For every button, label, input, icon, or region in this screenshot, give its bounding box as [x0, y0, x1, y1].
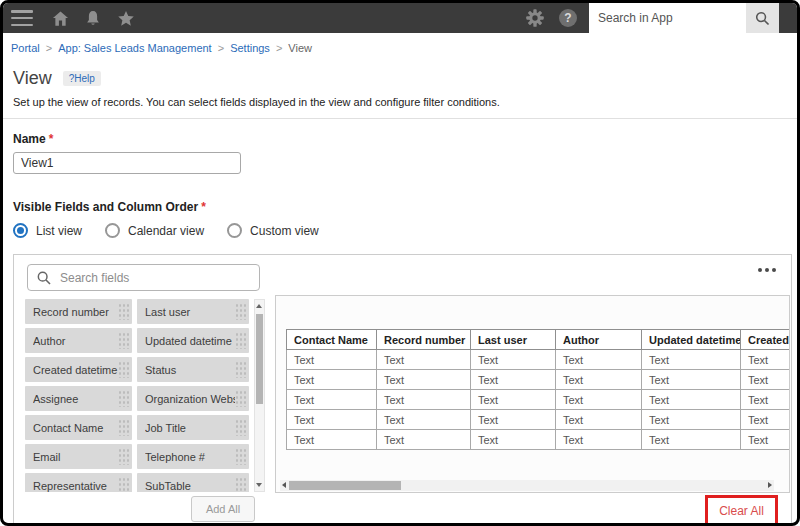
table-cell: Text: [642, 430, 741, 450]
drag-handle-icon[interactable]: [118, 303, 129, 320]
field-item-label: Updated datetime: [145, 335, 235, 347]
bell-icon[interactable]: [83, 8, 103, 28]
star-icon[interactable]: [116, 8, 136, 28]
field-item-label: Assignee: [33, 393, 118, 405]
scroll-down-icon[interactable]: [256, 483, 262, 487]
app-search-button[interactable]: [746, 3, 779, 33]
help-link[interactable]: ?Help: [63, 71, 101, 86]
drag-handle-icon[interactable]: [235, 332, 246, 349]
table-cell: Text: [642, 350, 741, 370]
table-cell: Text: [642, 370, 741, 390]
radio-label: List view: [36, 224, 82, 238]
gear-icon[interactable]: [525, 8, 545, 28]
table-cell: Text: [471, 410, 556, 430]
preview-hscrollbar[interactable]: [280, 480, 774, 491]
field-item[interactable]: Author: [25, 328, 132, 353]
required-mark: *: [201, 200, 206, 214]
hamburger-menu-icon[interactable]: [11, 10, 33, 26]
drag-handle-icon[interactable]: [235, 361, 246, 378]
breadcrumb-item[interactable]: App: Sales Leads Management: [58, 42, 212, 54]
radio-custom-view[interactable]: Custom view: [227, 223, 319, 238]
table-cell: Text: [556, 390, 642, 410]
field-list-scrollbar[interactable]: [254, 299, 265, 492]
field-item[interactable]: Telephone #: [137, 444, 249, 469]
table-cell: Text: [287, 350, 377, 370]
field-item[interactable]: Organization Website: [137, 386, 249, 411]
breadcrumb-separator: >: [218, 42, 224, 54]
field-list: Record numberLast userAuthorUpdated date…: [25, 299, 251, 492]
drag-handle-icon[interactable]: [235, 477, 246, 492]
table-cell: Text: [471, 370, 556, 390]
field-item-label: Author: [33, 335, 118, 347]
field-item[interactable]: Created datetime: [25, 357, 132, 382]
view-name-input[interactable]: [13, 152, 241, 174]
hscrollbar-thumb[interactable]: [289, 481, 401, 490]
column-header: Record number: [377, 330, 471, 350]
help-icon[interactable]: ?: [559, 9, 577, 27]
field-item[interactable]: Representative: [25, 473, 132, 492]
scrollbar-thumb[interactable]: [256, 314, 263, 404]
field-item[interactable]: Email: [25, 444, 132, 469]
field-item-label: Email: [33, 451, 118, 463]
drag-handle-icon[interactable]: [118, 448, 129, 465]
page-content: View ?Help Set up the view of records. Y…: [3, 68, 797, 526]
scroll-left-icon[interactable]: [282, 482, 286, 488]
field-item[interactable]: Job Title: [137, 415, 249, 440]
topbar: ?: [3, 3, 797, 33]
table-cell: Text: [642, 410, 741, 430]
radio-icon: [105, 223, 120, 238]
table-cell: Text: [377, 430, 471, 450]
divider: [3, 118, 797, 119]
table-cell: Text: [556, 350, 642, 370]
table-cell: Text: [287, 410, 377, 430]
scroll-right-icon[interactable]: [768, 482, 772, 488]
field-item[interactable]: Record number: [25, 299, 132, 324]
field-item[interactable]: SubTable: [137, 473, 249, 492]
field-item[interactable]: Contact Name: [25, 415, 132, 440]
drag-handle-icon[interactable]: [118, 332, 129, 349]
clear-all-button[interactable]: Clear All: [719, 504, 764, 518]
drag-handle-icon[interactable]: [118, 390, 129, 407]
breadcrumb-item[interactable]: Settings: [230, 42, 270, 54]
add-all-button[interactable]: Add All: [191, 496, 255, 522]
visible-fields-label-text: Visible Fields and Column Order: [13, 200, 198, 214]
field-item[interactable]: Last user: [137, 299, 249, 324]
breadcrumb-separator: >: [276, 42, 282, 54]
field-item[interactable]: Updated datetime: [137, 328, 249, 353]
radio-calendar-view[interactable]: Calendar view: [105, 223, 204, 238]
drag-handle-icon[interactable]: [235, 419, 246, 436]
app-search: [589, 3, 779, 33]
field-item-label: Organization Website: [145, 393, 235, 405]
preview-table-wrapper: Contact NameRecord numberLast userAuthor…: [286, 329, 789, 453]
drag-handle-icon[interactable]: [118, 477, 129, 492]
field-item-label: Record number: [33, 306, 118, 318]
field-item[interactable]: Status: [137, 357, 249, 382]
app-search-input[interactable]: [589, 3, 746, 33]
search-fields-input[interactable]: [60, 271, 251, 285]
page-title: View: [13, 68, 52, 89]
drag-handle-icon[interactable]: [118, 419, 129, 436]
table-cell: Text: [287, 390, 377, 410]
radio-list-view[interactable]: List view: [13, 223, 82, 238]
home-icon[interactable]: [50, 8, 70, 28]
name-label-text: Name: [13, 132, 46, 146]
drag-handle-icon[interactable]: [235, 390, 246, 407]
drag-handle-icon[interactable]: [235, 303, 246, 320]
scroll-up-icon[interactable]: [256, 304, 262, 308]
breadcrumb-item[interactable]: Portal: [11, 42, 40, 54]
field-item-label: Created datetime: [33, 364, 118, 376]
drag-handle-icon[interactable]: [235, 448, 246, 465]
column-header: Author: [556, 330, 642, 350]
options-menu-icon[interactable]: [758, 268, 776, 272]
table-cell: Text: [556, 430, 642, 450]
drag-handle-icon[interactable]: [118, 361, 129, 378]
view-preview: Contact NameRecord numberLast userAuthor…: [275, 295, 790, 493]
table-cell: Text: [471, 350, 556, 370]
preview-table-head-row: Contact NameRecord numberLast userAuthor…: [287, 330, 790, 350]
breadcrumb-item: View: [288, 42, 312, 54]
field-item-label: Contact Name: [33, 422, 118, 434]
table-row: TextTextTextTextTextText: [287, 350, 790, 370]
radio-label: Calendar view: [128, 224, 204, 238]
field-item[interactable]: Assignee: [25, 386, 132, 411]
table-row: TextTextTextTextTextText: [287, 390, 790, 410]
